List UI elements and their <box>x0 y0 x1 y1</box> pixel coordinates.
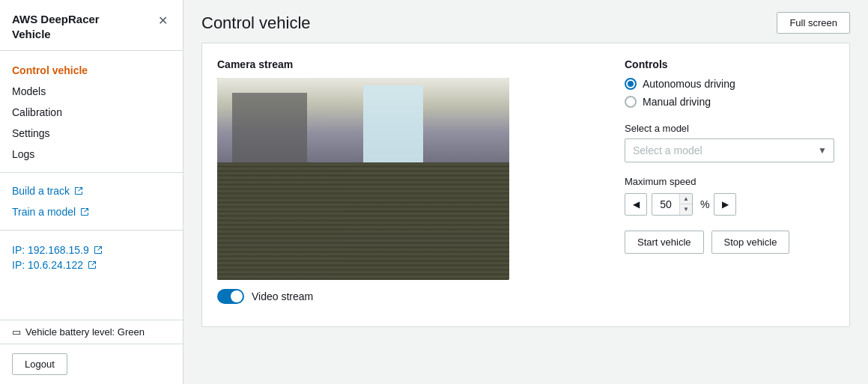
speed-spin-down[interactable]: ▼ <box>680 204 692 215</box>
sidebar-header: AWS DeepRacer Vehicle ✕ <box>0 0 183 51</box>
train-model-link[interactable]: Train a model <box>0 201 183 222</box>
sidebar: AWS DeepRacer Vehicle ✕ Control vehicle … <box>0 0 183 384</box>
battery-icon: ▭ <box>12 326 21 338</box>
fullscreen-button[interactable]: Full screen <box>777 12 850 34</box>
model-select-wrapper: Select a model ▼ <box>625 138 834 162</box>
autonomous-radio[interactable] <box>625 78 637 90</box>
model-select-label: Select a model <box>625 123 834 134</box>
start-vehicle-button[interactable]: Start vehicle <box>625 231 704 254</box>
vehicle-buttons: Start vehicle Stop vehicle <box>625 231 834 254</box>
main-header: Control vehicle Full screen <box>183 0 868 43</box>
sidebar-nav: Control vehicle Models Calibration Setti… <box>0 51 183 320</box>
speed-increase-button[interactable]: ▶ <box>714 193 736 216</box>
speed-unit: % <box>700 198 709 210</box>
video-stream-switch[interactable] <box>217 289 244 304</box>
sidebar-item-logs[interactable]: Logs <box>0 144 183 165</box>
battery-level: ▭ Vehicle battery level: Green <box>0 320 183 344</box>
camera-window <box>363 85 423 168</box>
manual-label: Manual driving <box>643 96 711 108</box>
speed-input[interactable] <box>652 195 679 214</box>
build-track-link[interactable]: Build a track <box>0 180 183 201</box>
external-link-icon <box>74 186 83 195</box>
speed-control: ◀ ▲ ▼ % ▶ <box>625 193 834 216</box>
close-button[interactable]: ✕ <box>155 12 171 29</box>
camera-furniture <box>232 93 307 168</box>
speed-spin-up[interactable]: ▲ <box>680 194 692 204</box>
camera-carpet <box>217 162 509 280</box>
speed-spinners: ▲ ▼ <box>679 194 692 215</box>
sidebar-item-control-vehicle[interactable]: Control vehicle <box>0 60 183 81</box>
camera-section-label: Camera stream <box>217 58 601 70</box>
sidebar-item-settings[interactable]: Settings <box>0 123 183 144</box>
sidebar-item-models[interactable]: Models <box>0 81 183 102</box>
speed-label: Maximum speed <box>625 176 834 187</box>
manual-driving-option[interactable]: Manual driving <box>625 96 834 108</box>
sidebar-item-calibration[interactable]: Calibration <box>0 102 183 123</box>
controls-section: Controls Autonomous driving Manual drivi… <box>625 58 834 311</box>
model-select[interactable]: Select a model <box>625 138 834 162</box>
page-title: Control vehicle <box>201 13 311 33</box>
app-title: AWS DeepRacer Vehicle <box>12 12 100 41</box>
manual-radio[interactable] <box>625 96 637 108</box>
controls-section-label: Controls <box>625 58 834 70</box>
nav-divider <box>0 172 183 173</box>
driving-mode-group: Autonomous driving Manual driving <box>625 78 834 108</box>
camera-feed <box>217 78 509 280</box>
nav-divider2 <box>0 230 183 231</box>
speed-input-wrap: ▲ ▼ <box>652 193 693 216</box>
autonomous-driving-option[interactable]: Autonomous driving <box>625 78 834 90</box>
ip-external-link-icon1 <box>94 246 103 255</box>
ip-section: IP: 192.168.15.9 IP: 10.6.24.122 <box>0 238 183 280</box>
ip-item-1[interactable]: IP: 192.168.15.9 <box>12 244 171 256</box>
ip-item-2[interactable]: IP: 10.6.24.122 <box>12 259 171 271</box>
speed-decrease-button[interactable]: ◀ <box>625 193 647 216</box>
content-card: Camera stream Video stream Controls <box>201 43 850 327</box>
camera-section: Camera stream Video stream <box>217 58 601 311</box>
main-body: Camera stream Video stream Controls <box>183 43 868 384</box>
video-stream-toggle[interactable]: Video stream <box>217 289 601 304</box>
video-stream-label: Video stream <box>252 290 313 302</box>
main-content: Control vehicle Full screen Camera strea… <box>183 0 868 384</box>
external-link-icon2 <box>80 207 89 216</box>
sidebar-footer: Logout <box>0 344 183 384</box>
stop-vehicle-button[interactable]: Stop vehicle <box>711 231 790 254</box>
logout-button[interactable]: Logout <box>12 353 67 375</box>
autonomous-label: Autonomous driving <box>643 78 735 90</box>
ip-external-link-icon2 <box>88 260 97 269</box>
